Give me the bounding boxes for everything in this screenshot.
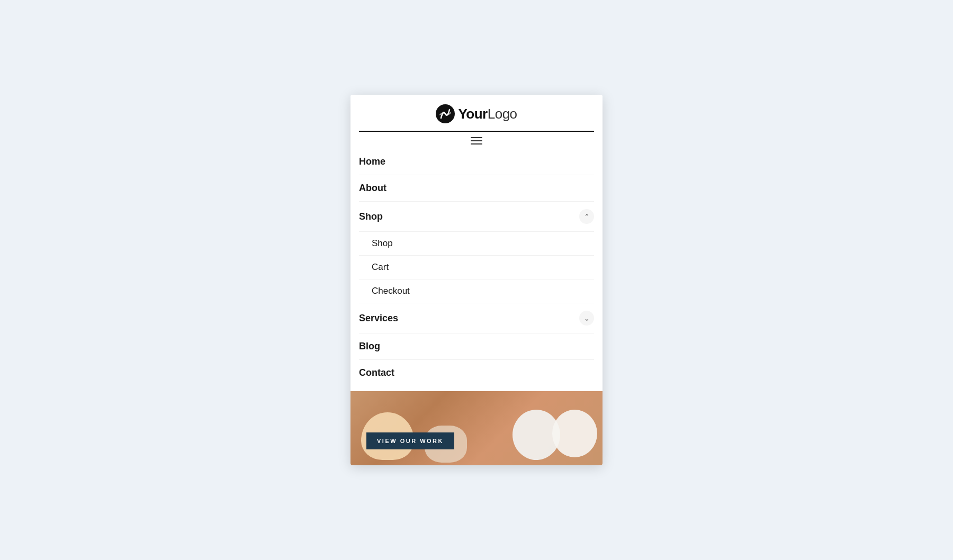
sub-item-cart[interactable]: Cart xyxy=(359,256,594,279)
hamburger-bar xyxy=(359,131,594,149)
nav-item-contact[interactable]: Contact xyxy=(359,360,594,386)
nav-label-about: About xyxy=(359,183,386,194)
nav-item-blog[interactable]: Blog xyxy=(359,333,594,360)
logo-icon xyxy=(436,104,455,123)
nav-label-home: Home xyxy=(359,156,385,167)
nav-item-services[interactable]: Services ⌄ xyxy=(359,303,594,333)
services-toggle-button[interactable]: ⌄ xyxy=(579,311,594,326)
sub-item-checkout[interactable]: Checkout xyxy=(359,279,594,303)
nav-item-home[interactable]: Home xyxy=(359,149,594,175)
phone-frame: YourLogo Home About Shop ⌃ xyxy=(350,95,603,465)
shop-toggle-button[interactable]: ⌃ xyxy=(579,209,594,224)
logo-area: YourLogo xyxy=(436,104,517,123)
nav-label-shop: Shop xyxy=(359,211,383,222)
hamburger-icon[interactable] xyxy=(471,137,482,144)
sub-label-cart: Cart xyxy=(372,262,389,273)
sub-label-checkout: Checkout xyxy=(372,286,410,296)
header: YourLogo xyxy=(350,95,603,149)
nav-menu: Home About Shop ⌃ Shop Cart Checkout Ser… xyxy=(350,149,603,391)
nav-item-about[interactable]: About xyxy=(359,175,594,202)
nav-label-services: Services xyxy=(359,313,398,324)
nav-item-shop[interactable]: Shop ⌃ xyxy=(359,202,594,232)
cushion-decoration-right-white xyxy=(552,410,597,457)
hero-image-area: VIEW OUR WORK xyxy=(350,391,603,465)
nav-label-blog: Blog xyxy=(359,341,380,352)
cta-button[interactable]: VIEW OUR WORK xyxy=(366,432,454,449)
logo-text: YourLogo xyxy=(458,106,517,122)
chevron-up-icon: ⌃ xyxy=(584,213,590,221)
nav-label-contact: Contact xyxy=(359,367,394,378)
sub-label-shop: Shop xyxy=(372,238,393,249)
sub-item-shop[interactable]: Shop xyxy=(359,232,594,256)
chevron-down-icon: ⌄ xyxy=(584,314,590,322)
